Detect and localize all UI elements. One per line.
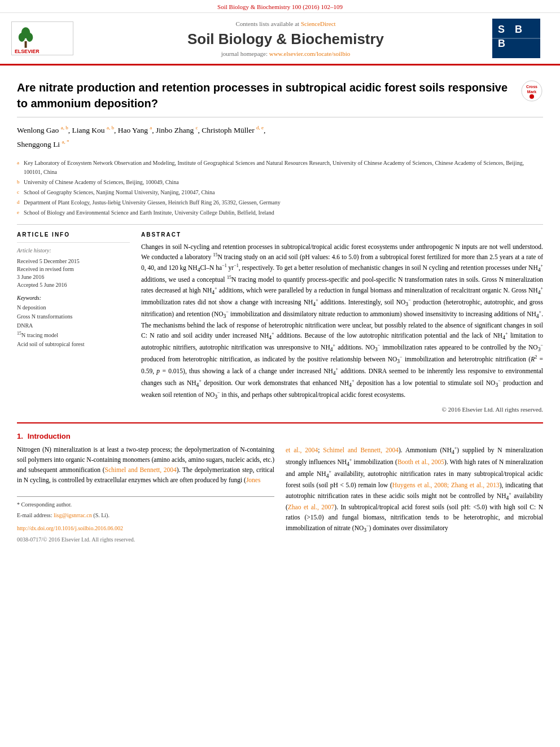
zhao-2007-link[interactable]: Zhao et al., 2007 [288,504,334,510]
keyword-n-deposition: N deposition [17,303,130,312]
sb-logo-section: S B B [492,19,549,58]
abstract-copyright: © 2016 Elsevier Ltd. All rights reserved… [141,406,543,413]
jones-2004-link[interactable]: et al., 2004 [286,447,318,453]
svg-point-2 [27,33,33,42]
accepted-date: Accepted 5 June 2016 [17,282,130,288]
elsevier-logo: ELSEVIER [11,21,73,55]
copyright-bar: 0038-0717/© 2016 Elsevier Ltd. All right… [17,535,274,544]
svg-rect-3 [25,41,27,48]
article-history-label: Article history: [17,247,130,254]
svg-text:ELSEVIER: ELSEVIER [15,49,40,54]
authors-section: Wenlong Gao a, b, Liang Kou a, b, Hao Ya… [17,117,543,156]
schimel-bennett-link[interactable]: Schimel and Bennett, 2004 [105,466,177,473]
homepage-link[interactable]: www.elsevier.com/locate/soilbio [269,50,350,57]
received-revised-label: Received in revised form [17,266,130,272]
article-title-text: Are nitrate production and retention pro… [17,80,512,111]
keyword-dnra: DNRA [17,321,130,330]
corresponding-author: * Corresponding author. [17,500,274,509]
journal-citation-bar: Soil Biology & Biochemistry 100 (2016) 1… [0,0,560,13]
intro-left-col: Nitrogen (N) mineralization is at least … [17,445,274,544]
svg-text:B: B [498,38,505,49]
svg-text:B: B [515,24,522,35]
keyword-acid-soil: Acid soil of subtropical forest [17,340,130,349]
svg-point-1 [19,33,25,42]
keyword-n-tracing: 15N tracing model [17,330,130,340]
contents-text: Contents lists available at [235,20,299,27]
received-date: Received 5 December 2015 [17,258,130,264]
article-title-section: Are nitrate production and retention pro… [17,71,543,117]
affil-d: d Department of Plant Ecology, Justus-li… [17,198,543,207]
keyword-gross-n: Gross N transformations [17,312,130,321]
affil-a: a Key Laboratory of Ecosystem Network Ob… [17,159,543,177]
schimel-bennett-2004-link[interactable]: Schimel and Bennett, 2004 [323,447,399,453]
svg-text:S: S [498,24,505,35]
journal-title: Soil Biology & Biochemistry [79,30,492,48]
article-title: Are nitrate production and retention pro… [17,80,512,111]
journal-citation-text: Soil Biology & Biochemistry 100 (2016) 1… [217,3,343,10]
introduction-section: 1. Introduction Nitrogen (N) mineralizat… [17,426,543,549]
abstract-title: ABSTRACT [141,231,543,238]
abstract-column: ABSTRACT Changes in soil N-cycling and r… [141,231,543,413]
sciencedirect-link[interactable]: ScienceDirect [301,20,336,27]
affil-b: b University of Chinese Academy of Scien… [17,178,543,187]
svg-text:Mark: Mark [527,90,536,94]
info-divider [17,242,130,243]
journal-title-section: Contents lists available at ScienceDirec… [79,20,492,57]
sb-logo: S B B [492,19,540,58]
email-link[interactable]: lisg@igsnrrac.cn [54,512,92,518]
main-divider [17,422,543,423]
article-content: Are nitrate production and retention pro… [0,65,560,555]
elsevier-logo-section: ELSEVIER [11,21,79,55]
affiliations-section: a Key Laboratory of Ecosystem Network Ob… [17,156,543,225]
doi-link[interactable]: http://dx.doi.org/10.1016/j.soilbio.2016… [17,525,123,531]
abstract-text: Changes in soil N-cycling and retention … [141,242,543,402]
journal-header: ELSEVIER Contents lists available at Sci… [0,13,560,65]
journal-homepage: journal homepage: www.elsevier.com/locat… [79,50,492,57]
info-abstract-section: ARTICLE INFO Article history: Received 5… [17,225,543,420]
section-number: 1. [17,432,23,440]
section-header: 1. Introduction [17,432,543,440]
svg-text:Cross: Cross [526,85,537,89]
email-address: E-mail address: lisg@igsnrrac.cn (S. Li)… [17,511,274,520]
crossmark-badge: Cross Mark [520,80,543,102]
homepage-label: journal homepage: [221,50,268,57]
introduction-two-col: Nitrogen (N) mineralization is at least … [17,445,543,544]
revised-date: 3 June 2016 [17,274,130,280]
intro-right-col: et al., 2004; Schimel and Bennett, 2004)… [286,445,543,544]
keywords-title: Keywords: [17,295,130,301]
affil-c: c School of Geography Sciences, Nanjing … [17,188,543,197]
footnotes: * Corresponding author. E-mail address: … [17,496,274,519]
keywords-section: Keywords: N deposition Gross N transform… [17,295,130,349]
article-info-title: ARTICLE INFO [17,231,130,238]
authors-list: Wenlong Gao a, b, Liang Kou a, b, Hao Ya… [17,123,543,151]
jones-link[interactable]: Jones [246,477,261,483]
booth-2005-link[interactable]: Booth et al., 2005 [397,458,444,465]
doi-bar: http://dx.doi.org/10.1016/j.soilbio.2016… [17,519,274,535]
huygens-link[interactable]: Huygens et al., 2008; Zhang et al., 2013 [392,482,500,488]
section-title: Introduction [28,432,71,440]
sciencedirect-text: Contents lists available at ScienceDirec… [79,20,492,27]
svg-point-13 [530,94,534,99]
affil-e: e School of Biology and Environmental Sc… [17,208,543,217]
article-info-column: ARTICLE INFO Article history: Received 5… [17,231,130,413]
